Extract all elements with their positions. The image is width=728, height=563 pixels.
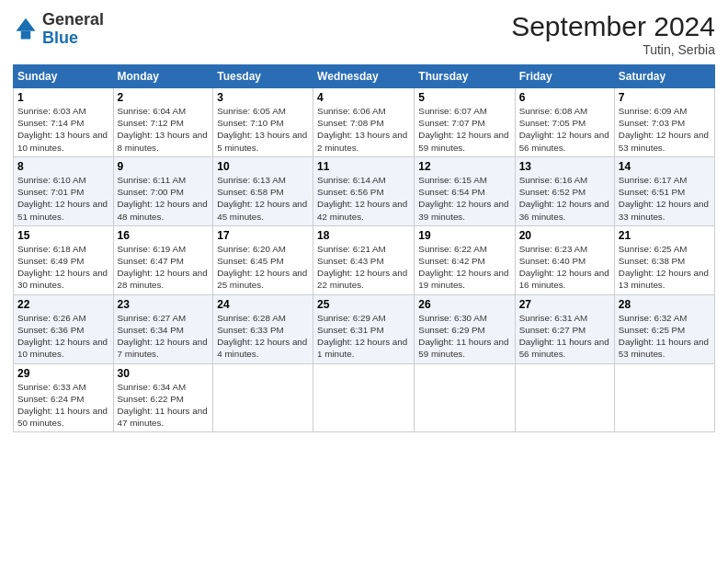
svg-marker-0 [17,18,36,31]
day-info: Sunrise: 6:11 AMSunset: 7:00 PMDaylight:… [118,174,210,223]
calendar-cell: 2Sunrise: 6:04 AMSunset: 7:12 PMDaylight… [113,88,213,157]
calendar-row: 15Sunrise: 6:18 AMSunset: 6:49 PMDayligh… [14,225,715,294]
calendar-cell: 24Sunrise: 6:28 AMSunset: 6:33 PMDayligh… [213,294,313,363]
calendar-cell: 9Sunrise: 6:11 AMSunset: 7:00 PMDaylight… [113,156,213,225]
calendar-cell [415,363,515,432]
calendar-cell: 28Sunrise: 6:32 AMSunset: 6:25 PMDayligh… [614,294,714,363]
calendar-cell [313,363,415,432]
month-title: September 2024 [511,11,715,42]
calendar-cell: 8Sunrise: 6:10 AMSunset: 7:01 PMDaylight… [14,156,114,225]
calendar-cell: 19Sunrise: 6:22 AMSunset: 6:42 PMDayligh… [415,225,515,294]
day-number: 1 [17,91,109,104]
svg-rect-1 [21,31,31,40]
calendar-cell: 5Sunrise: 6:07 AMSunset: 7:07 PMDaylight… [415,88,515,157]
day-info: Sunrise: 6:34 AMSunset: 6:22 PMDaylight:… [118,381,210,430]
day-number: 10 [217,160,309,173]
day-number: 25 [317,298,410,311]
page-container: General Blue September 2024 Tutin, Serbi… [0,0,728,442]
day-info: Sunrise: 6:03 AMSunset: 7:14 PMDaylight:… [17,105,109,154]
page-header: General Blue September 2024 Tutin, Serbi… [13,11,715,57]
day-number: 27 [519,298,610,311]
calendar-row: 22Sunrise: 6:26 AMSunset: 6:36 PMDayligh… [14,294,715,363]
calendar-cell [614,363,714,432]
day-number: 7 [619,91,711,104]
calendar-cell: 22Sunrise: 6:26 AMSunset: 6:36 PMDayligh… [14,294,114,363]
day-info: Sunrise: 6:30 AMSunset: 6:29 PMDaylight:… [418,312,510,361]
calendar-cell: 11Sunrise: 6:14 AMSunset: 6:56 PMDayligh… [313,156,415,225]
day-info: Sunrise: 6:16 AMSunset: 6:52 PMDaylight:… [519,174,610,223]
calendar-cell: 12Sunrise: 6:15 AMSunset: 6:54 PMDayligh… [415,156,515,225]
col-saturday: Saturday [614,65,714,88]
calendar-cell: 29Sunrise: 6:33 AMSunset: 6:24 PMDayligh… [14,363,114,432]
logo-general: General [42,10,104,29]
location: Tutin, Serbia [511,42,715,57]
day-number: 23 [118,298,210,311]
day-number: 12 [418,160,510,173]
col-thursday: Thursday [415,65,515,88]
calendar-row: 29Sunrise: 6:33 AMSunset: 6:24 PMDayligh… [14,363,715,432]
calendar-cell: 4Sunrise: 6:06 AMSunset: 7:08 PMDaylight… [313,88,415,157]
calendar-row: 1Sunrise: 6:03 AMSunset: 7:14 PMDaylight… [14,88,715,157]
day-info: Sunrise: 6:29 AMSunset: 6:31 PMDaylight:… [317,312,410,361]
calendar-cell: 23Sunrise: 6:27 AMSunset: 6:34 PMDayligh… [113,294,213,363]
day-number: 15 [17,229,109,242]
day-number: 8 [17,160,109,173]
calendar-cell: 17Sunrise: 6:20 AMSunset: 6:45 PMDayligh… [213,225,313,294]
day-number: 6 [519,91,610,104]
day-info: Sunrise: 6:26 AMSunset: 6:36 PMDaylight:… [17,312,109,361]
day-info: Sunrise: 6:17 AMSunset: 6:51 PMDaylight:… [619,174,711,223]
col-wednesday: Wednesday [313,65,415,88]
calendar-cell [515,363,614,432]
calendar-row: 8Sunrise: 6:10 AMSunset: 7:01 PMDaylight… [14,156,715,225]
title-block: September 2024 Tutin, Serbia [511,11,715,57]
day-info: Sunrise: 6:08 AMSunset: 7:05 PMDaylight:… [519,105,610,154]
calendar-cell: 1Sunrise: 6:03 AMSunset: 7:14 PMDaylight… [14,88,114,157]
calendar-cell: 18Sunrise: 6:21 AMSunset: 6:43 PMDayligh… [313,225,415,294]
day-info: Sunrise: 6:22 AMSunset: 6:42 PMDaylight:… [418,243,510,292]
day-number: 11 [317,160,410,173]
day-info: Sunrise: 6:09 AMSunset: 7:03 PMDaylight:… [619,105,711,154]
day-number: 16 [118,229,210,242]
col-sunday: Sunday [14,65,114,88]
logo: General Blue [13,11,104,48]
day-info: Sunrise: 6:28 AMSunset: 6:33 PMDaylight:… [217,312,309,361]
calendar-cell [213,363,313,432]
day-number: 19 [418,229,510,242]
calendar-cell: 16Sunrise: 6:19 AMSunset: 6:47 PMDayligh… [113,225,213,294]
col-monday: Monday [113,65,213,88]
day-info: Sunrise: 6:33 AMSunset: 6:24 PMDaylight:… [17,381,109,430]
day-info: Sunrise: 6:07 AMSunset: 7:07 PMDaylight:… [418,105,510,154]
calendar-table: Sunday Monday Tuesday Wednesday Thursday… [13,64,715,432]
calendar-cell: 25Sunrise: 6:29 AMSunset: 6:31 PMDayligh… [313,294,415,363]
day-info: Sunrise: 6:19 AMSunset: 6:47 PMDaylight:… [118,243,210,292]
header-row: Sunday Monday Tuesday Wednesday Thursday… [14,65,715,88]
day-number: 3 [217,91,309,104]
calendar-cell: 3Sunrise: 6:05 AMSunset: 7:10 PMDaylight… [213,88,313,157]
day-info: Sunrise: 6:15 AMSunset: 6:54 PMDaylight:… [418,174,510,223]
day-number: 9 [118,160,210,173]
calendar-cell: 10Sunrise: 6:13 AMSunset: 6:58 PMDayligh… [213,156,313,225]
col-tuesday: Tuesday [213,65,313,88]
calendar-cell: 21Sunrise: 6:25 AMSunset: 6:38 PMDayligh… [614,225,714,294]
day-info: Sunrise: 6:32 AMSunset: 6:25 PMDaylight:… [619,312,711,361]
logo-blue: Blue [42,29,78,47]
day-info: Sunrise: 6:05 AMSunset: 7:10 PMDaylight:… [217,105,309,154]
day-number: 30 [118,367,210,380]
calendar-cell: 14Sunrise: 6:17 AMSunset: 6:51 PMDayligh… [614,156,714,225]
day-info: Sunrise: 6:18 AMSunset: 6:49 PMDaylight:… [17,243,109,292]
calendar-cell: 7Sunrise: 6:09 AMSunset: 7:03 PMDaylight… [614,88,714,157]
day-number: 21 [619,229,711,242]
calendar-cell: 27Sunrise: 6:31 AMSunset: 6:27 PMDayligh… [515,294,614,363]
day-number: 26 [418,298,510,311]
day-info: Sunrise: 6:23 AMSunset: 6:40 PMDaylight:… [519,243,610,292]
day-number: 28 [619,298,711,311]
calendar-cell: 30Sunrise: 6:34 AMSunset: 6:22 PMDayligh… [113,363,213,432]
day-number: 29 [17,367,109,380]
col-friday: Friday [515,65,614,88]
day-number: 24 [217,298,309,311]
day-info: Sunrise: 6:20 AMSunset: 6:45 PMDaylight:… [217,243,309,292]
day-number: 22 [17,298,109,311]
calendar-cell: 13Sunrise: 6:16 AMSunset: 6:52 PMDayligh… [515,156,614,225]
calendar-cell: 26Sunrise: 6:30 AMSunset: 6:29 PMDayligh… [415,294,515,363]
day-number: 2 [118,91,210,104]
